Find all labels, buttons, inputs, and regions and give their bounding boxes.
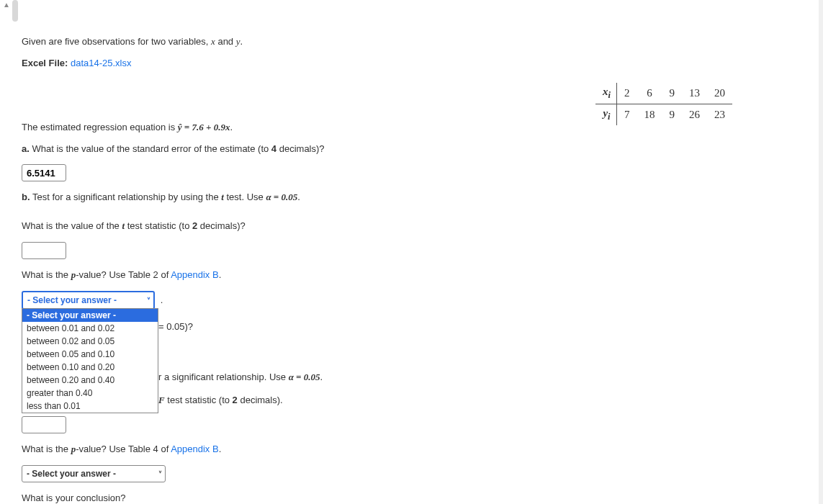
excel-file-line: Excel File: data14-25.xlsx xyxy=(22,58,819,68)
p-value-question-1: What is the p-value? Use Table 2 of Appe… xyxy=(22,269,819,281)
f-stat-input[interactable] xyxy=(22,416,66,433)
pval2-prefix: What is the xyxy=(22,444,71,454)
dropdown-option-2[interactable]: between 0.02 and 0.05 xyxy=(22,335,158,348)
obscured-fstat-fragment: F test statistic (to 2 decimals). xyxy=(158,395,283,406)
part-b-suffix: . xyxy=(297,192,300,202)
x-val-1: 6 xyxy=(637,83,662,104)
obscured-frag2-alpha: α = 0.05 xyxy=(289,372,320,382)
data-table: xi 2 6 9 13 20 yi 7 18 9 26 23 xyxy=(595,83,732,125)
appendix-b-link-1[interactable]: Appendix B xyxy=(171,269,219,280)
part-a-question: a. What is the value of the standard err… xyxy=(22,143,819,154)
standard-error-input[interactable] xyxy=(22,164,66,181)
tstat-suffix: decimals)? xyxy=(197,220,245,231)
pval2-suffix: . xyxy=(219,444,222,454)
appendix-b-link-2[interactable]: Appendix B xyxy=(171,444,219,454)
dropdown-option-7[interactable]: less than 0.01 xyxy=(22,400,158,413)
intro-and: and xyxy=(215,36,236,47)
part-b-label: b. xyxy=(22,192,30,202)
scroll-up-icon[interactable]: ▲ xyxy=(3,1,10,9)
p-value-question-2: What is the p-value? Use Table 4 of Appe… xyxy=(22,444,819,455)
table-row-y: yi 7 18 9 26 23 xyxy=(595,104,732,126)
obscured-frag2-suffix: . xyxy=(320,372,323,382)
pval1-suffix: . xyxy=(219,269,222,280)
table-row-x: xi 2 6 9 13 20 xyxy=(595,83,732,104)
t-stat-question: What is the value of the t test statisti… xyxy=(22,220,819,232)
excel-file-link[interactable]: data14-25.xlsx xyxy=(71,58,132,68)
p-value-select-2-label: - Select your answer - xyxy=(27,469,116,479)
dropdown-option-5[interactable]: between 0.20 and 0.40 xyxy=(22,374,158,387)
y-val-1: 18 xyxy=(637,104,662,126)
part-b-text2: test. Use xyxy=(224,192,266,202)
conclusion-question: What is your conclusion? xyxy=(22,492,819,503)
obscured-alpha-fragment: = 0.05)? xyxy=(158,321,193,332)
part-b-alpha: α = 0.05 xyxy=(266,192,297,202)
pval1-prefix: What is the xyxy=(22,269,71,280)
intro-text: Given are five observations for two vari… xyxy=(22,36,819,48)
part-b-question: b. Test for a significant relationship b… xyxy=(22,192,819,203)
intro-period: . xyxy=(240,36,243,47)
tstat-mid: test statistic (to xyxy=(125,220,192,231)
x-val-3: 13 xyxy=(682,83,707,104)
excel-label: Excel File: xyxy=(22,58,71,68)
regression-prefix: The estimated regression equation is xyxy=(22,122,178,132)
pval2-mid: -value? Use Table 4 of xyxy=(76,444,171,454)
dropdown-option-4[interactable]: between 0.10 and 0.20 xyxy=(22,361,158,374)
regression-equation: ŷ = 7.6 + 0.9x xyxy=(178,122,230,132)
regression-suffix: . xyxy=(230,122,233,132)
obscured-sig-fragment: r a significant relationship. Use α = 0.… xyxy=(158,372,323,383)
p-value-select-1[interactable]: - Select your answer - ˅ - Select your a… xyxy=(22,291,155,310)
question-content: Given are five observations for two vari… xyxy=(22,0,819,504)
chevron-down-icon: ˅ xyxy=(147,297,150,305)
x-val-4: 20 xyxy=(707,83,732,104)
obscured-frag3-pre: test statistic (to xyxy=(165,395,233,405)
x-val-2: 9 xyxy=(662,83,683,104)
p-value-dropdown-list: - Select your answer - between 0.01 and … xyxy=(22,308,158,413)
y-val-2: 9 xyxy=(662,104,683,126)
left-scroll-thumb[interactable] xyxy=(12,0,18,22)
right-scrollbar-track[interactable] xyxy=(819,0,823,504)
dropdown-option-1[interactable]: between 0.01 and 0.02 xyxy=(22,322,158,335)
dropdown-option-6[interactable]: greater than 0.40 xyxy=(22,387,158,400)
obscured-frag3-dec: 2 xyxy=(233,395,238,405)
chevron-down-icon: ˅ xyxy=(158,470,162,478)
part-a-suffix: decimals)? xyxy=(276,143,324,154)
p-value-select-1-label: - Select your answer - xyxy=(27,295,117,305)
y-val-4: 23 xyxy=(707,104,732,126)
dropdown-option-placeholder[interactable]: - Select your answer - xyxy=(22,309,158,322)
part-a-text: What is the value of the standard error … xyxy=(30,143,271,154)
x-val-0: 2 xyxy=(617,83,637,104)
obscured-frag2: r a significant relationship. Use xyxy=(158,372,289,382)
part-a-decimals: 4 xyxy=(271,143,276,154)
y-val-0: 7 xyxy=(617,104,637,126)
part-a-label: a. xyxy=(22,143,30,154)
part-b-text: Test for a significant relationship by u… xyxy=(30,192,222,202)
t-stat-input[interactable] xyxy=(22,242,66,259)
obscured-frag3-suf: decimals). xyxy=(238,395,283,405)
p-value-select-2[interactable]: - Select your answer - ˅ xyxy=(22,465,166,482)
dropdown-option-3[interactable]: between 0.05 and 0.10 xyxy=(22,348,158,361)
dot-after-select: . xyxy=(161,294,163,305)
x-label: xi xyxy=(595,83,616,104)
intro-prefix: Given are five observations for two vari… xyxy=(22,36,211,47)
pval1-mid: -value? Use Table 2 of xyxy=(76,269,171,280)
tstat-prefix: What is the value of the xyxy=(22,220,122,231)
y-val-3: 26 xyxy=(682,104,707,126)
y-label: yi xyxy=(595,104,616,126)
